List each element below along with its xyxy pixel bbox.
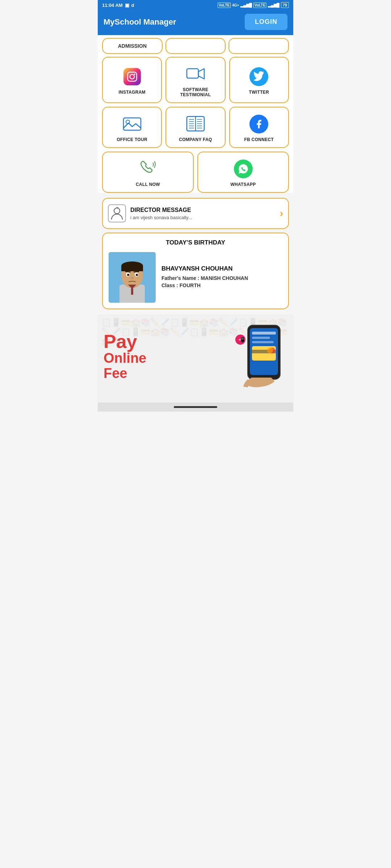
svg-line-32 xyxy=(126,272,130,272)
instagram-cell[interactable]: INSTAGRAM xyxy=(102,57,162,103)
svg-point-30 xyxy=(127,274,129,276)
battery-display: 79 xyxy=(281,2,289,8)
home-indicator xyxy=(98,403,293,412)
admission-button[interactable]: ADMISSION xyxy=(102,38,163,54)
icon-grid-row3: CALL NOW WHATSAPP xyxy=(102,152,289,193)
app-header: MySchool Manager LOGIN xyxy=(98,10,293,35)
fb-connect-cell[interactable]: FB CONNECT xyxy=(229,107,289,148)
svg-marker-4 xyxy=(198,69,204,79)
call-now-label: CALL NOW xyxy=(136,182,160,187)
birthday-card: TODAY'S BIRTHDAY xyxy=(102,233,289,309)
svg-point-19 xyxy=(114,208,120,214)
network-4g: 4G+ xyxy=(232,3,239,7)
director-message-subtitle: i am vijesh sonava basically... xyxy=(130,215,276,220)
time-display: 11:04 AM xyxy=(102,3,123,8)
svg-point-1 xyxy=(130,75,134,79)
svg-rect-0 xyxy=(127,72,136,81)
whatsapp-cell[interactable]: WHATSAPP xyxy=(197,152,289,193)
phone-illustration: 📲 xyxy=(230,322,287,392)
birthday-info: BHAVYANSH CHOUHAN Father's Name : MANISH… xyxy=(161,265,282,290)
sim-icon: ▣ xyxy=(125,3,129,8)
birthday-content: BHAVYANSH CHOUHAN Father's Name : MANISH… xyxy=(109,252,282,303)
svg-point-44 xyxy=(267,348,273,353)
software-testimonial-cell[interactable]: SOFTWARE TESTIMONIAL xyxy=(165,57,225,103)
whatsapp-label: WHATSAPP xyxy=(230,182,256,187)
director-profile-icon xyxy=(108,204,126,222)
fb-connect-label: FB CONNECT xyxy=(244,137,274,142)
d-icon: d xyxy=(131,3,134,8)
login-button[interactable]: LOGIN xyxy=(245,14,287,30)
director-arrow-icon: › xyxy=(280,208,283,219)
director-message-title: DIRECTOR MESSAGE xyxy=(130,207,276,213)
book-icon xyxy=(185,114,206,134)
twitter-label: TWITTER xyxy=(249,90,269,95)
svg-rect-27 xyxy=(121,266,143,271)
software-testimonial-label: SOFTWARE TESTIMONIAL xyxy=(169,87,222,97)
signal-bars-1: ▂▄▆█ xyxy=(240,3,252,8)
instagram-icon xyxy=(122,67,142,87)
svg-point-31 xyxy=(136,274,138,276)
pay-text-pay: Pay xyxy=(104,332,146,351)
image-icon xyxy=(122,114,142,134)
twitter-icon xyxy=(249,67,269,87)
birthday-photo xyxy=(109,252,156,303)
company-faq-label: COMPANY FAQ xyxy=(179,137,212,142)
home-bar xyxy=(174,406,217,408)
status-left: 11:04 AM ▣ d xyxy=(102,3,134,8)
empty-cell-1 xyxy=(165,38,226,54)
svg-point-34 xyxy=(131,277,134,279)
svg-rect-40 xyxy=(252,341,274,343)
office-tour-cell[interactable]: OFFICE TOUR xyxy=(102,107,162,148)
company-faq-cell[interactable]: COMPANY FAQ xyxy=(165,107,225,148)
director-text-block: DIRECTOR MESSAGE i am vijesh sonava basi… xyxy=(130,207,276,220)
volte2-icon: VoLTE xyxy=(253,3,266,8)
director-message-card[interactable]: DIRECTOR MESSAGE i am vijesh sonava basi… xyxy=(102,198,289,229)
svg-point-2 xyxy=(134,73,135,75)
app-title: MySchool Manager xyxy=(104,17,176,27)
facebook-icon xyxy=(249,114,269,134)
pay-text-fee: Fee xyxy=(104,366,146,381)
call-now-cell[interactable]: CALL NOW xyxy=(102,152,194,193)
instagram-label: INSTAGRAM xyxy=(118,90,145,95)
svg-rect-5 xyxy=(123,118,141,130)
birthday-father: Father's Name : MANISH CHOUHAN xyxy=(161,275,282,281)
signal-bars-2: ▂▄▆█ xyxy=(268,3,279,8)
whatsapp-icon xyxy=(233,159,253,179)
birthday-name: BHAVYANSH CHOUHAN xyxy=(161,265,282,272)
birthday-class: Class : FOURTH xyxy=(161,282,282,288)
grid-container: ADMISSION INSTAGRAM xyxy=(98,35,293,193)
twitter-cell[interactable]: TWITTER xyxy=(229,57,289,103)
phone-icon xyxy=(138,159,158,179)
svg-rect-39 xyxy=(252,337,270,339)
empty-cell-2 xyxy=(228,38,289,54)
video-camera-icon xyxy=(185,64,206,84)
office-tour-label: OFFICE TOUR xyxy=(117,137,147,142)
svg-line-33 xyxy=(134,272,139,272)
svg-rect-35 xyxy=(131,288,133,295)
status-bar: 11:04 AM ▣ d VoLTE 4G+ ▂▄▆█ VoLTE ▂▄▆█ 7… xyxy=(98,0,293,10)
pay-text-online: Online xyxy=(104,351,146,366)
admission-row: ADMISSION xyxy=(102,38,289,54)
icon-grid-row1: INSTAGRAM SOFTWARE TESTIMONIAL TWIT xyxy=(102,57,289,148)
svg-rect-3 xyxy=(187,69,198,78)
svg-text:📲: 📲 xyxy=(238,337,245,343)
status-right: VoLTE 4G+ ▂▄▆█ VoLTE ▂▄▆█ 79 xyxy=(218,2,289,8)
svg-rect-38 xyxy=(252,332,276,335)
volte-icon: VoLTE xyxy=(218,3,231,8)
birthday-section-title: TODAY'S BIRTHDAY xyxy=(109,239,282,246)
pay-text-block: Pay Online Fee xyxy=(104,332,146,381)
pay-online-banner[interactable]: 📋📱💳🏫📚✏️🖊️📋📱💳🏫📚✏️🖊️📋📱💳🏫📚✏️🖊️📋📱💳🏫📚✏️🖊️📋📱💳🏫… xyxy=(98,314,293,403)
